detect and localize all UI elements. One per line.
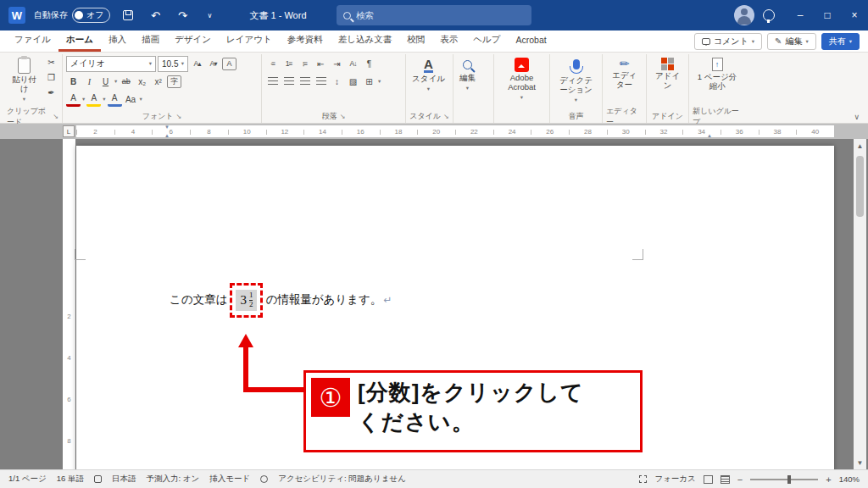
autosave-control[interactable]: 自動保存 オフ bbox=[34, 8, 110, 23]
chevron-down-icon[interactable]: ▾ bbox=[140, 96, 142, 103]
insert-mode-indicator[interactable]: 挿入モード bbox=[209, 474, 250, 485]
enclose-characters-button[interactable]: 字 bbox=[167, 75, 181, 88]
left-indent-marker[interactable]: ▲ bbox=[164, 133, 170, 138]
print-layout-icon[interactable] bbox=[721, 475, 730, 484]
character-border-button[interactable]: A bbox=[222, 58, 236, 70]
editing-mode-button[interactable]: ✎ 編集 ▾ bbox=[767, 33, 816, 50]
tab-mailings[interactable]: 差し込み文書 bbox=[331, 30, 400, 52]
right-indent-marker[interactable]: ▲ bbox=[707, 133, 712, 138]
dictation-button[interactable]: ディクテーション ▾ bbox=[554, 55, 598, 103]
align-left-button[interactable] bbox=[265, 75, 280, 89]
dialog-launcher-icon[interactable]: ↘ bbox=[340, 113, 346, 120]
superscript-button[interactable]: x² bbox=[151, 75, 165, 89]
tab-review[interactable]: 校閲 bbox=[399, 30, 432, 52]
document-text-line[interactable]: この文章は312の情報量があります。 ↵ bbox=[170, 283, 834, 318]
chevron-down-icon[interactable]: ▾ bbox=[114, 78, 117, 85]
focus-mode-button[interactable]: フォーカス bbox=[654, 474, 695, 485]
increase-indent-button[interactable]: ⇥ bbox=[330, 57, 344, 71]
font-name-combo[interactable]: メイリオ▾ bbox=[66, 56, 156, 72]
editing-button[interactable]: 編集 ▾ bbox=[457, 55, 478, 92]
close-button[interactable]: × bbox=[841, 0, 868, 30]
tab-design[interactable]: デザイン bbox=[167, 30, 219, 52]
chevron-down-icon[interactable]: ▾ bbox=[103, 96, 105, 103]
equation-field[interactable]: 312 bbox=[236, 290, 257, 311]
tab-references[interactable]: 参考資料 bbox=[280, 30, 331, 52]
tab-layout[interactable]: レイアウト bbox=[219, 30, 280, 52]
text-highlight-button[interactable]: A bbox=[86, 92, 101, 107]
font-color-button[interactable]: A bbox=[66, 92, 81, 107]
dialog-launcher-icon[interactable]: ↘ bbox=[443, 113, 449, 120]
text-effects-button[interactable]: A bbox=[108, 92, 122, 107]
shading-button[interactable]: ▨ bbox=[346, 75, 360, 89]
first-line-indent-marker[interactable]: ▼ bbox=[164, 125, 170, 130]
tab-home[interactable]: ホーム bbox=[58, 30, 101, 52]
copy-icon[interactable]: ❐ bbox=[44, 70, 58, 85]
vertical-ruler[interactable]: 2468 bbox=[63, 139, 75, 469]
zoom-out-button[interactable]: − bbox=[737, 474, 743, 485]
strikethrough-button[interactable]: ab bbox=[119, 75, 133, 89]
autosave-toggle-icon[interactable]: オフ bbox=[72, 8, 110, 23]
dialog-launcher-icon[interactable]: ↘ bbox=[53, 113, 58, 120]
addins-button[interactable]: アドイン bbox=[650, 55, 685, 92]
align-right-button[interactable] bbox=[298, 75, 312, 89]
scroll-down-icon[interactable]: ▼ bbox=[857, 456, 864, 469]
bullets-button[interactable]: ∙≡ bbox=[265, 57, 280, 71]
justify-button[interactable] bbox=[314, 75, 328, 89]
borders-button[interactable]: ⊞ bbox=[362, 75, 376, 89]
grow-font-button[interactable]: A▴ bbox=[190, 57, 204, 71]
accessibility-status[interactable]: アクセシビリティ: 問題ありません bbox=[278, 474, 406, 485]
multilevel-list-button[interactable]: ⁝≡ bbox=[298, 57, 312, 71]
bold-button[interactable]: B bbox=[66, 75, 81, 89]
styles-button[interactable]: A スタイル ▾ bbox=[409, 55, 448, 92]
zoom-level[interactable]: 140% bbox=[839, 474, 860, 484]
tab-help[interactable]: ヘルプ bbox=[465, 30, 508, 52]
subscript-button[interactable]: x₂ bbox=[135, 75, 149, 89]
language-indicator[interactable]: 日本語 bbox=[112, 474, 136, 485]
page-indicator[interactable]: 1/1 ページ bbox=[8, 474, 47, 485]
line-spacing-button[interactable]: ↕ bbox=[330, 75, 344, 89]
format-painter-icon[interactable]: ✒ bbox=[44, 86, 58, 100]
italic-button[interactable]: I bbox=[82, 75, 97, 89]
shrink-one-page-button[interactable]: ↑ 1 ページ分縮小 bbox=[693, 55, 742, 92]
undo-button[interactable]: ↶ bbox=[146, 6, 164, 25]
word-count[interactable]: 16 単語 bbox=[57, 474, 84, 485]
collapse-ribbon-icon[interactable]: ∨ bbox=[854, 113, 860, 121]
word-logo-icon[interactable]: W bbox=[8, 7, 25, 24]
search-input[interactable] bbox=[356, 10, 525, 20]
avatar[interactable] bbox=[734, 5, 754, 25]
comments-button[interactable]: コメント ▾ bbox=[694, 33, 762, 50]
chevron-down-icon[interactable]: ▾ bbox=[82, 96, 85, 103]
chevron-down-icon[interactable]: ▾ bbox=[378, 78, 381, 85]
zoom-slider[interactable] bbox=[750, 479, 818, 480]
zoom-in-button[interactable]: + bbox=[826, 474, 831, 485]
lightbulb-icon[interactable] bbox=[763, 9, 775, 21]
scroll-up-icon[interactable]: ▲ bbox=[857, 139, 864, 152]
underline-button[interactable]: U bbox=[98, 75, 113, 89]
change-case-button[interactable]: Aa bbox=[124, 92, 138, 107]
search-box[interactable] bbox=[337, 5, 531, 25]
decrease-indent-button[interactable]: ⇤ bbox=[314, 57, 328, 71]
tab-selector[interactable]: L bbox=[63, 125, 75, 137]
sort-button[interactable]: A↓ bbox=[346, 57, 360, 71]
editor-button[interactable]: ✏ エディター bbox=[606, 55, 643, 91]
dialog-launcher-icon[interactable]: ↘ bbox=[176, 113, 182, 120]
customize-quick-access-icon[interactable]: ∨ bbox=[200, 6, 219, 25]
maximize-button[interactable]: □ bbox=[814, 0, 841, 30]
scrollbar-thumb[interactable] bbox=[856, 156, 864, 217]
cut-icon[interactable]: ✂ bbox=[44, 55, 58, 69]
proofing-icon[interactable] bbox=[94, 475, 102, 483]
numbering-button[interactable]: 1≡ bbox=[281, 57, 296, 71]
tab-draw[interactable]: 描画 bbox=[134, 30, 167, 52]
show-formatting-marks-button[interactable]: ¶ bbox=[362, 57, 376, 71]
zoom-slider-knob[interactable] bbox=[787, 475, 791, 484]
prediction-input-indicator[interactable]: 予測入力: オン bbox=[147, 474, 200, 485]
redo-button[interactable]: ↷ bbox=[173, 6, 192, 25]
align-center-button[interactable] bbox=[281, 75, 296, 89]
horizontal-ruler[interactable]: 246810121416182022242628303234363840 bbox=[76, 125, 834, 137]
tab-file[interactable]: ファイル bbox=[7, 30, 58, 52]
font-size-combo[interactable]: 10.5▾ bbox=[158, 56, 188, 72]
tab-insert[interactable]: 挿入 bbox=[101, 30, 134, 52]
tab-acrobat[interactable]: Acrobat bbox=[508, 30, 554, 52]
shrink-font-button[interactable]: A▾ bbox=[206, 57, 220, 71]
paste-button[interactable]: 貼り付け ▾ bbox=[7, 55, 42, 103]
